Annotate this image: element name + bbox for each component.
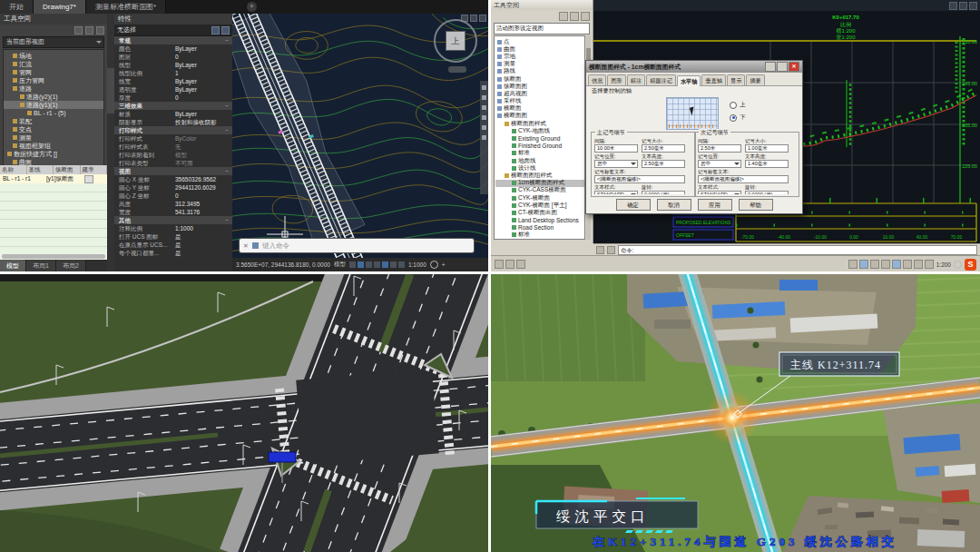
tree-item[interactable]: 场地 (4, 52, 103, 60)
radio-top[interactable]: 上 (730, 101, 746, 109)
toolspace-view-select[interactable]: 当前图形视图 (3, 36, 104, 48)
property-row[interactable]: 打印样式 (114, 126, 232, 134)
close-icon[interactable]: ✕ (789, 62, 799, 72)
navigation-bar[interactable] (480, 81, 488, 194)
property-row[interactable]: 透明度 ByLayer (114, 85, 232, 94)
command-input[interactable]: 命令: (618, 245, 977, 255)
status-left-icons[interactable] (495, 260, 525, 269)
toolspace-toolbar[interactable] (74, 26, 104, 34)
wcs-pill[interactable] (448, 66, 466, 73)
viewcube-top-face[interactable]: 上 (446, 31, 466, 51)
gear-icon[interactable] (954, 261, 962, 269)
file-tab[interactable]: 开始 (0, 0, 34, 14)
horizontal-scrollbar[interactable] (2, 254, 105, 259)
column-header[interactable]: 频率 (81, 165, 108, 174)
file-tab[interactable]: Drawing7* (34, 0, 86, 14)
tree-item[interactable]: 视图框架组 (4, 142, 103, 150)
settings-view-select[interactable]: 活动图形设定视图 (494, 23, 590, 34)
panel-icon[interactable] (85, 26, 93, 34)
app-logo[interactable]: S (965, 259, 976, 271)
property-row[interactable]: 图层 0 (114, 53, 232, 61)
layout-tab[interactable]: 布局2 (56, 260, 86, 271)
dialog-button[interactable]: 取消 (657, 199, 691, 211)
radio-bottom[interactable]: 下 (730, 113, 746, 122)
tree-item[interactable]: 道路(y2)(1) (4, 93, 103, 101)
command-icon[interactable] (607, 246, 615, 254)
tree-item[interactable]: 数据快捷方式 [] (4, 150, 103, 158)
property-row[interactable]: 打印表附着到 模型 (114, 151, 232, 159)
property-row[interactable]: 注释比例 1:1000 (114, 224, 232, 232)
tree-item[interactable]: 交点 (4, 125, 103, 133)
property-row[interactable]: 圆心 Z 坐标 0 (114, 192, 232, 200)
panel-icon[interactable] (96, 26, 104, 34)
property-row[interactable]: 材质 ByLayer (114, 110, 232, 118)
property-row[interactable]: 线型 ByLayer (114, 61, 232, 69)
tree-item[interactable]: 道路 (495, 239, 584, 240)
annotation-scale[interactable]: 1:1000 (408, 261, 426, 268)
properties-toolbar[interactable] (211, 26, 230, 34)
minimize-icon[interactable] (765, 62, 776, 72)
new-tab-button[interactable]: + (247, 2, 257, 12)
tree-item[interactable]: 管网 (4, 68, 103, 76)
tree-item[interactable]: 地面线 (495, 157, 584, 164)
field-input[interactable]: 1.40毫米 (745, 160, 789, 168)
property-row[interactable]: 阴影显示 投射和接收阴影 (114, 118, 232, 126)
panel-icon[interactable] (581, 12, 590, 21)
property-row[interactable]: 打印样式 ByColor (114, 134, 232, 143)
palette-side-strip[interactable] (107, 14, 114, 271)
restore-icon[interactable] (959, 2, 967, 10)
field-input[interactable]: STANDARD (594, 191, 638, 194)
tree-item[interactable]: 道路(y1)(1) (4, 101, 103, 109)
tree-item[interactable]: BL - r1 - (5) (4, 109, 103, 117)
quick-select-icon[interactable] (211, 26, 220, 34)
tree-item[interactable]: Finished Ground (495, 143, 584, 150)
command-icon[interactable] (596, 246, 604, 254)
dialog-button[interactable]: 确定 (616, 199, 651, 211)
panel-icon[interactable] (570, 12, 579, 21)
property-row[interactable]: 线宽 ByLayer (114, 77, 232, 85)
dialog-button[interactable]: 帮助 (739, 199, 773, 211)
plus-icon[interactable]: + (442, 261, 446, 268)
field-input[interactable]: 1.00毫米 (745, 144, 789, 153)
property-row[interactable]: 圆心 X 坐标 35650326.9562 (114, 175, 232, 183)
column-header[interactable]: 纵断面 (54, 165, 81, 174)
property-row[interactable]: 打印表类型 不可用 (114, 159, 232, 167)
tree-item[interactable]: Land Desktop Sections (495, 217, 584, 224)
gear-icon[interactable] (430, 261, 438, 269)
customize-icon[interactable] (252, 242, 259, 249)
property-row[interactable]: 厚度 0 (114, 94, 232, 102)
minimize-icon[interactable] (949, 2, 957, 10)
layout-tab[interactable]: 模型 (0, 260, 26, 271)
field-input[interactable]: 0.0000 (度) (745, 191, 789, 194)
property-row[interactable]: 线型比例 1 (114, 69, 232, 77)
dialog-button[interactable]: 应用 (698, 199, 732, 211)
tree-item[interactable]: 标准 (495, 150, 584, 157)
tree-item[interactable]: 汇流 (4, 60, 103, 68)
property-row[interactable]: 颜色 ByLayer (114, 44, 232, 53)
file-tab[interactable]: 测量标准横断面图* (86, 0, 166, 14)
tree-item[interactable]: 测量 (4, 133, 103, 142)
column-header[interactable]: 名称 (0, 165, 27, 174)
tree-item[interactable]: 道路 (4, 84, 103, 93)
tree-item[interactable]: 压力管网 (4, 76, 103, 84)
viewcube[interactable]: 上 (434, 19, 477, 63)
window-buttons[interactable] (949, 2, 977, 10)
toolspace-toolbar[interactable] (559, 12, 590, 21)
selection-dropdown[interactable]: 无选择 (114, 25, 232, 36)
property-row[interactable]: 视图 (114, 167, 232, 175)
field-input[interactable]: <[横断面视图偏移]> (594, 175, 685, 183)
toggle-value-icon[interactable] (221, 26, 230, 34)
tree-item[interactable]: Existing Ground (495, 134, 584, 142)
property-row[interactable]: 打开 UCS 图标 是 (114, 232, 232, 241)
property-row[interactable]: 在原点显示 UCS... 是 (114, 241, 232, 249)
property-row[interactable]: 高度 312.3495 (114, 200, 232, 208)
annotation-scale[interactable]: 1:200 (936, 261, 951, 268)
field-input[interactable]: 2.50毫米 (642, 160, 685, 168)
panel-icon[interactable] (559, 12, 568, 21)
command-line[interactable]: ✕ 键入命令 (240, 239, 474, 252)
field-input[interactable]: 2.50米 (698, 144, 741, 153)
status-icons[interactable] (349, 261, 405, 268)
tree-item[interactable]: Road Section (495, 224, 584, 232)
restore-icon[interactable] (470, 15, 477, 22)
property-row[interactable]: 宽度 541.3176 (114, 208, 232, 216)
